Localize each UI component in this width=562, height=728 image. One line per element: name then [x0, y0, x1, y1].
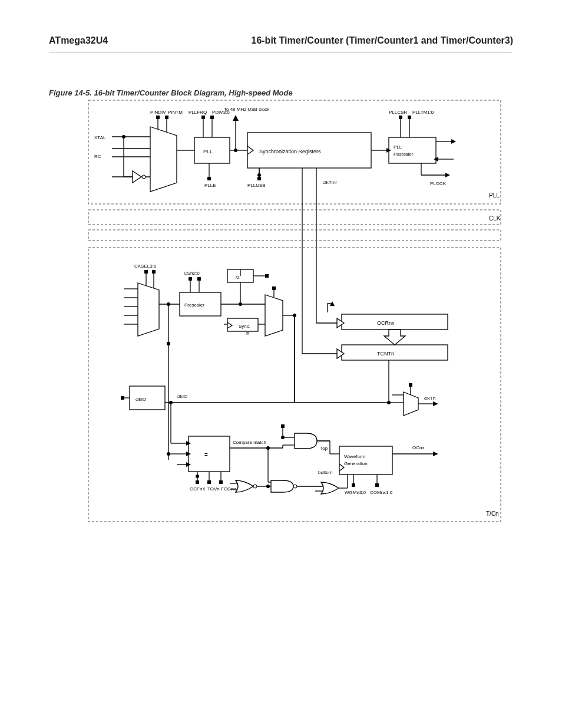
svg-point-120	[266, 485, 270, 488]
sync-ff-label: Sync.	[239, 324, 250, 329]
pllfrq-label: PLLFRQ	[189, 110, 207, 115]
tcntn-label: TCNTn	[377, 351, 394, 357]
xtal-label: XTAL	[94, 135, 106, 140]
clkio-block	[130, 386, 165, 410]
prescaler-label: Prescaler	[184, 302, 204, 308]
bottom-label: bottom	[318, 470, 333, 475]
svg-rect-55	[197, 277, 201, 281]
prescaler-mux	[138, 283, 159, 336]
svg-marker-88	[433, 401, 438, 406]
pll-postscaler-block	[389, 137, 436, 163]
pintm-label: PINTM	[168, 110, 183, 115]
csn-label: CSn2:0	[184, 271, 200, 276]
svg-marker-39	[445, 173, 450, 177]
ocrnx-label: OCRnx	[377, 320, 395, 326]
svg-rect-49	[152, 270, 156, 274]
svg-rect-12	[165, 116, 168, 119]
tcn-section-label: T/Cn	[486, 510, 499, 517]
svg-point-119	[266, 446, 270, 450]
svg-rect-68	[272, 286, 276, 290]
comparator-label: =	[204, 452, 208, 458]
svg-rect-85	[409, 383, 412, 387]
waveform-line1: Waveform	[344, 454, 365, 459]
svg-rect-59	[265, 274, 269, 278]
pindiv-label: PINDIV	[150, 110, 166, 115]
com-label: COMnx1:0	[370, 490, 393, 495]
svg-rect-36	[399, 116, 402, 119]
clktn-mux	[404, 392, 418, 416]
svg-point-112	[253, 485, 257, 488]
pll-section-label: PLL	[489, 192, 500, 199]
svg-rect-17	[210, 116, 214, 119]
svg-rect-16	[201, 116, 205, 119]
svg-rect-78	[121, 396, 124, 400]
clk-strip	[88, 210, 501, 225]
tcntn-block	[342, 345, 448, 360]
clk-strip2	[88, 230, 501, 241]
ocfnx-label: OCFnX	[190, 486, 206, 492]
waveform-gen-block	[339, 446, 392, 475]
svg-point-23	[234, 149, 237, 152]
postscaler-line2: Postcaler	[394, 151, 414, 157]
svg-point-106	[196, 475, 199, 478]
svg-rect-105	[196, 480, 199, 484]
svg-marker-140	[433, 452, 438, 456]
div2-label: /2	[236, 275, 240, 280]
svg-rect-91	[167, 342, 170, 345]
clk-mux	[265, 295, 283, 336]
plle-label: PLLE	[204, 183, 216, 188]
and-gate	[295, 433, 317, 449]
svg-rect-128	[281, 424, 285, 428]
clkio-line-label: clkIO	[177, 394, 187, 399]
pllusb-label: PLLUSB	[247, 183, 266, 188]
svg-rect-19	[207, 177, 211, 180]
ocrnx-block	[342, 314, 448, 330]
svg-rect-110	[219, 480, 223, 484]
cksel-label: CKSEL3:0	[134, 263, 157, 269]
block-diagram: PLL XTAL RC PINDIV PINTM PLL PLLFRQ PDIV…	[0, 0, 562, 728]
postscaler-line1: PLL	[394, 144, 402, 150]
svg-point-129	[281, 436, 285, 439]
svg-rect-25	[257, 177, 261, 180]
waveform-line2: Generation	[344, 461, 368, 466]
pll-block-label: PLL	[203, 149, 213, 154]
svg-rect-136	[352, 483, 355, 487]
svg-marker-31	[451, 139, 456, 144]
svg-rect-138	[375, 483, 379, 487]
svg-point-115	[293, 485, 297, 488]
svg-marker-73	[384, 330, 405, 345]
clk-strip-label: CLK	[489, 215, 501, 222]
clktmr-label: clkTmr	[323, 180, 337, 185]
comparator-block	[189, 436, 230, 472]
compare-match-label: Compare match	[233, 440, 266, 445]
tovn-label: TOVn	[207, 486, 220, 492]
usb-clock-label: To 48 MHz USB clock	[224, 107, 270, 112]
sync-reg-label: Synchronization Registers	[259, 149, 321, 154]
wgm-label: WGMn3:0	[345, 490, 366, 495]
svg-rect-108	[207, 480, 211, 484]
svg-rect-11	[156, 116, 160, 119]
svg-rect-48	[144, 270, 148, 274]
svg-rect-37	[408, 116, 411, 119]
pllcsr-label: PLLCSR	[389, 110, 407, 115]
rc-label: RC	[94, 154, 101, 159]
plltm-label: PLLTM1:0	[412, 110, 434, 115]
ocnx-out-label: OCnx	[412, 445, 424, 450]
top-label: top	[321, 446, 328, 451]
svg-marker-22	[233, 115, 239, 121]
svg-marker-5	[133, 171, 141, 183]
clkio-label-in: clkIO	[135, 397, 146, 402]
svg-rect-54	[189, 277, 192, 281]
clock-source-mux	[150, 127, 177, 192]
svg-point-103	[167, 452, 170, 456]
clktn-label: clkTn	[424, 396, 435, 401]
plock-label: PLOCK	[430, 181, 447, 186]
svg-point-6	[142, 175, 146, 179]
